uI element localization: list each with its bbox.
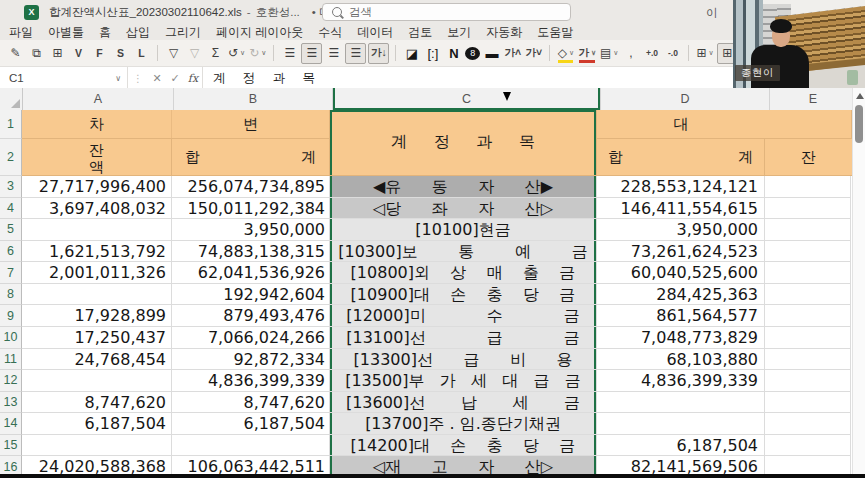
black-rect-icon[interactable]: ▬ [482,44,501,63]
row-header[interactable]: 15 [0,435,22,457]
row-header[interactable]: 6 [0,241,22,263]
cell-e[interactable] [765,262,851,284]
bracket-format-icon[interactable]: [:] [423,44,442,63]
cell-e[interactable] [765,284,851,306]
menu-page-layout[interactable]: 페이지 레이아웃 [216,24,303,41]
cell-c[interactable]: [10300]보 통 예 금 [330,241,597,263]
row-header[interactable]: 12 [0,370,22,392]
row-header[interactable]: 7 [0,262,22,284]
cell-d[interactable]: 68,103,880 [597,349,765,371]
cell-d[interactable]: 60,040,525,600 [597,262,765,284]
credit-header-cell[interactable]: 대 [597,110,852,139]
cell-c[interactable]: [13700]주 . 임.종단기채권 [330,413,597,435]
column-header-c-selected[interactable]: C [333,88,601,111]
column-header-b[interactable]: B [174,88,333,111]
row-header[interactable]: 11 [0,349,22,371]
cell-e[interactable] [765,435,851,457]
cell-d[interactable]: 228,553,124,121 [597,176,765,198]
decrease-decimal-icon[interactable]: -.0 [663,44,682,63]
debit-total-header-cell[interactable]: 합 계 [172,139,330,176]
cell-a[interactable]: 3,697,408,032 [22,198,172,220]
cell-b[interactable]: 192,942,604 [172,284,330,306]
increase-decimal-icon[interactable]: +.0 [642,44,661,63]
cell-b[interactable]: 150,011,292,384 [172,198,330,220]
menu-automate[interactable]: 자동화 [486,24,522,41]
cell-b[interactable] [172,435,330,457]
cell-c[interactable]: [13500]부 가 세 대 급 금 [330,370,597,392]
insert-function-icon[interactable]: fx [184,72,202,85]
paste-special-icon[interactable]: ⊞ [48,44,67,63]
cell-e[interactable] [765,370,851,392]
row-header[interactable]: 8 [0,284,22,306]
row-header[interactable]: 5 [0,219,22,241]
cell-c[interactable]: [10900]대 손 충 당 금 [330,284,597,306]
menu-review[interactable]: 검토 [408,24,432,41]
macro-l-icon[interactable]: L [132,44,151,63]
undo-icon[interactable]: ↺∨ [227,44,246,63]
credit-balance-header-cell[interactable]: 잔 [765,139,852,176]
cell-a[interactable] [22,370,172,392]
credit-total-header-cell[interactable]: 합 계 [597,139,765,176]
macro-s-icon[interactable]: S [111,44,130,63]
cell-c[interactable]: [12000]미 수 금 [330,305,597,327]
cell-a[interactable] [22,219,172,241]
row-header[interactable]: 14 [0,413,22,435]
cell-c[interactable]: [13300]선 급 비 용 [330,349,597,371]
cell-e[interactable] [765,219,851,241]
align-center-icon[interactable]: ☰ [301,43,322,64]
menu-view[interactable]: 보기 [447,24,471,41]
hangul-sort-icon[interactable]: 가↓ [368,43,389,64]
cell-c[interactable]: [13100]선 급 금 [330,327,597,349]
cell-d[interactable]: 73,261,624,523 [597,241,765,263]
cell-a[interactable] [22,435,172,457]
cell-e[interactable] [765,198,851,220]
cell-e[interactable] [765,241,851,263]
account-title-header-cell[interactable]: 계 정 과 목 [330,110,597,176]
cell-c[interactable]: [10800]외 상 매 출 금 [330,262,597,284]
cell-a[interactable]: 17,928,899 [22,305,172,327]
cell-d[interactable]: 284,425,363 [597,284,765,306]
menu-help[interactable]: 도움말 [537,24,573,41]
cancel-entry-icon[interactable]: ✕ [148,72,166,85]
font-increase-icon[interactable]: 가˄ [503,44,522,63]
name-box-chevron-icon[interactable]: ∨ [115,74,121,83]
cell-b[interactable]: 7,066,024,266 [172,327,330,349]
cell-b[interactable]: 879,493,476 [172,305,330,327]
redo-icon[interactable]: ↻∨ [248,44,267,63]
scrollbar-thumb[interactable] [855,105,863,143]
cell-d[interactable]: 861,564,577 [597,305,765,327]
cell-b[interactable]: 74,883,138,315 [172,241,330,263]
cell-a[interactable] [22,284,172,306]
cell-a[interactable]: 17,250,437 [22,327,172,349]
align-left-icon[interactable]: ☰ [280,44,299,63]
menu-abyul-tool[interactable]: 아별툴 [48,24,84,41]
cell-c[interactable]: [14200]대 손 충 당 금 [330,435,597,457]
search-box[interactable]: 검색 [322,3,571,21]
format-painter-icon[interactable]: ✎ [6,44,25,63]
column-header-e[interactable]: E [770,88,852,111]
copy-icon[interactable]: ⧉ [27,44,46,63]
debit-balance-header-cell[interactable]: 잔 액 [22,139,172,176]
font-color-icon[interactable]: 가∨ [577,44,597,63]
cell-b[interactable]: 92,872,334 [172,349,330,371]
cell-b[interactable]: 8,747,620 [172,392,330,414]
cell-d[interactable]: 6,187,504 [597,435,765,457]
row-header[interactable]: 13 [0,392,22,414]
menu-file[interactable]: 파일 [9,24,33,41]
cell-b[interactable]: 6,187,504 [172,413,330,435]
debit-header-cell[interactable]: 차 변 [22,110,330,139]
column-header-d[interactable]: D [601,88,770,111]
menu-home[interactable]: 홈 [99,24,111,41]
justify-icon[interactable]: ☰ [345,43,366,64]
cell-a[interactable]: 24,768,454 [22,349,172,371]
confirm-entry-icon[interactable]: ✓ [166,72,184,85]
row-header-2[interactable]: 2 [0,139,22,176]
macro-f-icon[interactable]: F [90,44,109,63]
vertical-scrollbar[interactable] [852,88,865,478]
cell-e[interactable] [765,413,851,435]
cell-c[interactable]: [10100]현금 [330,219,597,241]
menu-data[interactable]: 데이터 [357,24,393,41]
cell-b[interactable]: 256,074,734,895 [172,176,330,198]
row-header[interactable]: 4 [0,198,22,220]
menu-formulas[interactable]: 수식 [318,24,342,41]
